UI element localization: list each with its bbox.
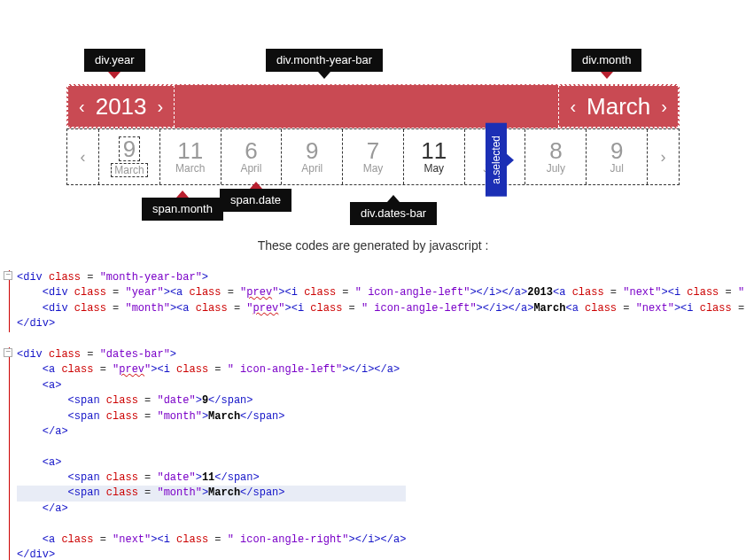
date-month: May bbox=[424, 162, 444, 175]
date-cell[interactable]: 9March bbox=[99, 129, 160, 184]
date-value: 7 bbox=[367, 139, 379, 162]
month-value: March bbox=[587, 93, 650, 121]
date-cell[interactable]: 8July bbox=[525, 129, 587, 184]
month-year-bar: ‹ 2013 › ‹ March › bbox=[66, 84, 680, 128]
date-month: July bbox=[547, 162, 565, 175]
date-month: March bbox=[111, 163, 147, 177]
date-cell[interactable]: 6April bbox=[221, 129, 283, 184]
date-cell[interactable]: 11May bbox=[404, 129, 465, 184]
label-div-month: div.month bbox=[571, 49, 641, 72]
date-value: 11 bbox=[421, 139, 447, 162]
date-cell[interactable]: 11March bbox=[160, 129, 221, 184]
month-next[interactable]: › bbox=[657, 97, 671, 117]
date-month: March bbox=[175, 162, 205, 175]
month-prev[interactable]: ‹ bbox=[566, 97, 579, 117]
label-div-dates-bar: div.dates-bar bbox=[350, 202, 437, 225]
year-box: ‹ 2013 › bbox=[67, 85, 175, 128]
dates-bar: ‹ 9March11March6April9April7May11May6Jun… bbox=[66, 128, 680, 185]
label-div-month-year-bar: div.month-year-bar bbox=[266, 49, 383, 72]
year-next[interactable]: › bbox=[154, 97, 167, 117]
date-month: April bbox=[301, 162, 322, 175]
date-value: 9 bbox=[610, 139, 623, 162]
label-a-selected: a.selected bbox=[486, 123, 507, 197]
label-span-date: span.date bbox=[220, 189, 291, 212]
diagram-stage: div.year div.month-year-bar div.month ‹ … bbox=[0, 0, 746, 221]
date-month: Jul bbox=[610, 162, 623, 175]
date-cell[interactable]: 9April bbox=[282, 129, 343, 184]
date-month: May bbox=[363, 162, 384, 175]
date-month: April bbox=[240, 162, 261, 175]
date-value: 6 bbox=[245, 139, 257, 162]
date-cell[interactable]: 9Jul bbox=[587, 129, 647, 184]
year-prev[interactable]: ‹ bbox=[75, 97, 89, 117]
date-value: 9 bbox=[119, 136, 140, 161]
date-cell[interactable]: 7May bbox=[343, 129, 404, 184]
dates-prev[interactable]: ‹ bbox=[67, 129, 99, 184]
date-value: 8 bbox=[549, 139, 562, 162]
code-block: −<div class = "month-year-bar"> <div cla… bbox=[0, 270, 746, 560]
dates-next[interactable]: › bbox=[647, 129, 679, 184]
date-value: 11 bbox=[177, 139, 203, 162]
label-div-year: div.year bbox=[84, 49, 145, 72]
year-value: 2013 bbox=[96, 93, 147, 121]
date-value: 9 bbox=[306, 139, 318, 162]
caption-text: These codes are generated by javascript … bbox=[0, 238, 746, 253]
month-box: ‹ March › bbox=[558, 85, 679, 128]
label-span-month: span.month bbox=[142, 198, 223, 221]
